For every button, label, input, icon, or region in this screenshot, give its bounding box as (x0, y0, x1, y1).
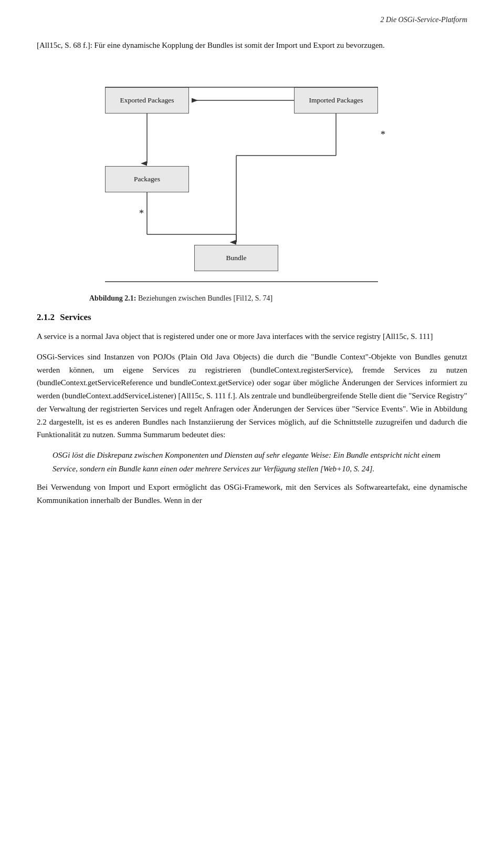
paragraph-1-text: A service is a normal Java object that i… (37, 332, 433, 341)
paragraph-4: Bei Verwendung von Import und Export erm… (37, 481, 467, 507)
page-header: 2 Die OSGi-Service-Platform (37, 16, 467, 24)
section-title: Services (60, 312, 91, 322)
caption-bold: Abbildung 2.1: (89, 294, 136, 302)
paragraph-4-text: Bei Verwendung von Import und Export erm… (37, 483, 467, 504)
intro-text: [All15c, S. 68 f.]: Für eine dynamische … (37, 41, 385, 49)
section-number: 2.1.2 (37, 312, 55, 322)
diagram-arrows (89, 66, 415, 287)
header-text: 2 Die OSGi-Service-Platform (380, 16, 467, 24)
section-heading: 2.1.2 Services (37, 312, 467, 323)
figure: Exported Packages Imported Packages Pack… (37, 66, 467, 303)
caption-text: Beziehungen zwischen Bundles [Fil12, S. … (136, 294, 272, 302)
italic-block: OSGi löst die Diskrepanz zwischen Kompon… (52, 449, 467, 476)
paragraph-2: OSGi-Services sind Instanzen von POJOs (… (37, 351, 467, 441)
figure-caption: Abbildung 2.1: Beziehungen zwischen Bund… (89, 294, 415, 303)
intro-paragraph: [All15c, S. 68 f.]: Für eine dynamische … (37, 39, 467, 51)
diagram-area: Exported Packages Imported Packages Pack… (89, 66, 415, 287)
paragraph-2-text: OSGi-Services sind Instanzen von POJOs (… (37, 353, 467, 439)
paragraph-1: A service is a normal Java object that i… (37, 330, 467, 343)
italic-text: OSGi löst die Diskrepanz zwischen Kompon… (52, 451, 440, 473)
